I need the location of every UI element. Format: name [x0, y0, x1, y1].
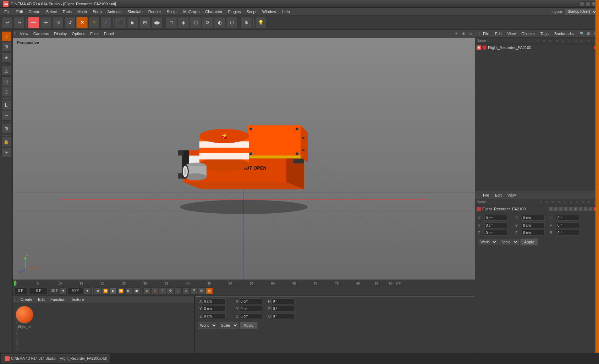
menu-snap[interactable]: Snap: [90, 9, 105, 15]
undo-button[interactable]: ↩: [1, 17, 13, 28]
open-scene[interactable]: ◈: [178, 17, 189, 28]
viewport-menu-view[interactable]: View: [18, 31, 31, 37]
coord-x-pos[interactable]: [203, 298, 226, 304]
coord-obj-row[interactable]: Flight_Recorder_FA2100 □ ○ □ □ □ A ○ □ □…: [475, 205, 599, 213]
menu-select[interactable]: Select: [43, 9, 60, 15]
axis-x[interactable]: ✕: [76, 17, 88, 28]
obj-search-icon[interactable]: 🔍: [579, 31, 585, 37]
step-back[interactable]: ⏪: [102, 287, 109, 294]
menu-script[interactable]: Script: [244, 9, 259, 15]
coord-y-pos[interactable]: [203, 306, 226, 311]
menu-window[interactable]: Window: [259, 9, 279, 15]
coord-system-select[interactable]: World Object: [198, 322, 217, 329]
key-rot[interactable]: □: [175, 287, 182, 294]
viewport-3d[interactable]: Perspective FLIGHT RECORDER DO NOT OPEN: [13, 38, 475, 280]
measure-tool[interactable]: L: [1, 100, 11, 110]
step-forward[interactable]: ⏩: [117, 287, 125, 294]
scale-tool[interactable]: ⇲: [52, 17, 64, 28]
coord-menu-view[interactable]: View: [505, 192, 518, 198]
axis-z[interactable]: Z: [100, 17, 112, 28]
edge-mode[interactable]: ◫: [1, 76, 11, 86]
render-all[interactable]: ⊞: [139, 17, 150, 28]
viewport-menu-cameras[interactable]: Cameras: [31, 31, 51, 37]
apply-button[interactable]: Apply: [240, 322, 258, 329]
coord-z-rot[interactable]: [239, 313, 262, 319]
menu-mograph[interactable]: MoGraph: [180, 9, 202, 15]
add-object[interactable]: ⊕: [241, 17, 252, 28]
select-tool[interactable]: ⟵: [28, 17, 39, 28]
goto-start[interactable]: ⏮: [94, 287, 101, 294]
rot-b-input[interactable]: [556, 230, 579, 236]
goto-end[interactable]: ⏭: [125, 287, 132, 294]
window-controls[interactable]: ─ □ ✕: [580, 1, 596, 6]
play[interactable]: ▶: [110, 287, 117, 294]
pos-y-input[interactable]: [484, 222, 507, 228]
world-select[interactable]: World Object: [478, 239, 498, 245]
key-param[interactable]: P: [190, 287, 197, 294]
polygon-mode[interactable]: ◈: [1, 53, 11, 62]
menu-edit[interactable]: Edit: [13, 9, 26, 15]
timeline-ruler[interactable]: 0 5 10 15 20 25 30 35 40 45 50 55 60 65 …: [13, 280, 475, 286]
obj-menu-file[interactable]: File: [481, 31, 491, 37]
coord-z-pos[interactable]: [203, 313, 226, 319]
mat-menu-edit[interactable]: Edit: [36, 297, 47, 302]
rot-p-input[interactable]: [556, 222, 579, 228]
size-z-input[interactable]: [522, 230, 545, 236]
transform-type-select[interactable]: Scale Move Rotate: [219, 322, 238, 329]
menu-simulate[interactable]: Simulate: [125, 9, 145, 15]
redo-button[interactable]: ↪: [13, 17, 25, 28]
key-scale[interactable]: ○: [182, 287, 189, 294]
render-active[interactable]: ▶: [127, 17, 138, 28]
render-settings[interactable]: ◀▶: [151, 17, 163, 28]
key-obj[interactable]: ?: [159, 287, 166, 294]
face-mode[interactable]: ⬡: [1, 87, 11, 97]
end-frame-input[interactable]: [67, 288, 83, 294]
render-region[interactable]: ⬛: [115, 17, 126, 28]
menu-character[interactable]: Character: [202, 9, 225, 15]
obj-menu-view[interactable]: View: [505, 31, 518, 37]
set-fps[interactable]: ▼: [60, 287, 67, 294]
current-frame-input[interactable]: [14, 288, 27, 294]
size-x-input[interactable]: [522, 215, 545, 221]
coord-y-rot[interactable]: [239, 306, 262, 311]
menu-animate[interactable]: Animate: [105, 9, 125, 15]
size-y-input[interactable]: [522, 222, 545, 228]
taskbar-c4d[interactable]: CINEMA 4D R14.014 Studio - [Flight_Recor…: [1, 354, 110, 363]
pos-x-input[interactable]: [484, 215, 507, 221]
coord-menu-file[interactable]: File: [481, 192, 491, 198]
pos-z-input[interactable]: [484, 230, 507, 236]
viewport-menu-filter[interactable]: Filter: [88, 31, 101, 37]
spline-tool[interactable]: ⟳: [202, 17, 213, 28]
mat-menu-function[interactable]: Function: [48, 297, 67, 302]
coord-b[interactable]: [271, 313, 295, 319]
obj-menu-bookmarks[interactable]: Bookmarks: [552, 31, 576, 37]
menu-help[interactable]: Help: [279, 9, 293, 15]
minimize-button[interactable]: ─: [580, 1, 585, 6]
grid-tool[interactable]: ⊞: [1, 124, 11, 134]
viewport-menu-display[interactable]: Display: [52, 31, 69, 37]
obj-menu-objects[interactable]: Objects: [519, 31, 537, 37]
menu-render[interactable]: Render: [145, 9, 164, 15]
rotate-tool[interactable]: ↺: [64, 17, 76, 28]
obj-menu-edit[interactable]: Edit: [493, 31, 504, 37]
coord-p[interactable]: [271, 306, 295, 311]
viewport-layout-icon[interactable]: □: [468, 31, 473, 37]
auto-key[interactable]: ●: [143, 287, 150, 294]
coord-menu-edit[interactable]: Edit: [493, 192, 504, 198]
model-mode[interactable]: □: [1, 31, 11, 41]
move-tool[interactable]: ✛: [40, 17, 51, 28]
apply-btn[interactable]: Apply: [520, 238, 538, 246]
key-point[interactable]: ⊞: [198, 287, 205, 294]
texture-mode[interactable]: ⊞: [1, 42, 11, 52]
record[interactable]: ⏺: [133, 287, 140, 294]
menu-plugins[interactable]: Plugins: [225, 9, 244, 15]
keyframe-input[interactable]: [30, 288, 48, 294]
viewport-menu-options[interactable]: Options: [70, 31, 87, 37]
light-tool[interactable]: 💡: [255, 17, 266, 28]
menu-mesh[interactable]: Mesh: [75, 9, 90, 15]
mat-menu-create[interactable]: Create: [18, 297, 34, 302]
viewport-fullscreen-icon[interactable]: ⊕: [461, 31, 466, 37]
timeline-view[interactable]: ▤: [206, 287, 213, 294]
menu-file[interactable]: File: [1, 9, 13, 15]
layout-select[interactable]: Startup (User): [565, 9, 598, 15]
